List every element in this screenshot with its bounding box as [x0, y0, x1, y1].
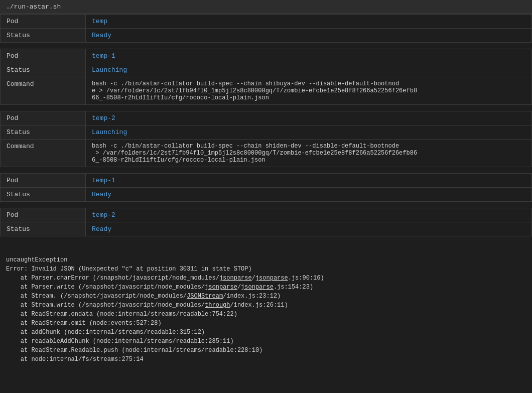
info-table-1: Podtemp-1StatusLaunchingCommandbash -c .…: [0, 49, 532, 105]
label-cell-2-0: Pod: [1, 111, 86, 125]
title-bar: ./run-astar.sh: [0, 0, 532, 14]
main-content: PodtempStatusReadyPodtemp-1StatusLaunchi…: [0, 14, 532, 236]
table-row: StatusLaunching: [1, 125, 532, 140]
value-cell-1-1: Launching: [86, 63, 532, 77]
error-link: jsonparse: [205, 284, 237, 291]
error-line: uncaughtException: [6, 255, 526, 265]
error-line: at ReadStream.ondata (node:internal/stre…: [6, 310, 526, 319]
value-cell-2-0: temp-2: [86, 111, 532, 125]
table-row: StatusReady: [1, 188, 532, 202]
table-row: StatusLaunching: [1, 63, 532, 77]
table-row: Commandbash -c ./bin/astar-collator buil…: [1, 140, 532, 167]
table-row: StatusReady: [1, 29, 532, 43]
table-row: Podtemp-1: [1, 49, 532, 63]
error-link: jsonparse: [255, 275, 288, 282]
value-cell-4-0: temp-2: [86, 208, 532, 222]
error-line: Error: Invalid JSON (Unexpected "c" at p…: [6, 265, 526, 274]
label-cell-1-2: Command: [1, 77, 86, 105]
value-cell-1-2: bash -c ./bin/astar-collator build-spec …: [86, 77, 532, 105]
info-table-3: Podtemp-1StatusReady: [0, 173, 532, 202]
error-line: at Stream. (/snapshot/javascript/node_mo…: [6, 292, 526, 301]
table-row: Podtemp-2: [1, 208, 532, 222]
label-cell-1-0: Pod: [1, 49, 86, 63]
label-cell-3-0: Pod: [1, 174, 86, 188]
error-line: at addChunk (node:internal/streams/reada…: [6, 328, 526, 337]
value-cell-3-0: temp-1: [86, 174, 532, 188]
label-cell-1-1: Status: [1, 63, 86, 77]
info-table-4: Podtemp-2StatusReady: [0, 208, 532, 236]
table-row: Commandbash -c ./bin/astar-collator buil…: [1, 77, 532, 105]
label-cell-2-1: Status: [1, 125, 86, 140]
label-cell-2-2: Command: [1, 140, 86, 167]
table-row: Podtemp-1: [1, 174, 532, 188]
error-link: jsonparse: [219, 275, 252, 282]
error-line: at Parser.write (/snapshot/javascript/no…: [6, 283, 526, 292]
value-cell-2-2: bash -c ./bin/astar-collator build-spec …: [86, 140, 532, 167]
label-cell-4-0: Pod: [1, 208, 86, 222]
error-link: JSONStream: [187, 293, 223, 300]
error-line: at Parser.charError (/snapshot/javascrip…: [6, 274, 526, 283]
error-line: at Stream.write (/snapshot/javascript/no…: [6, 301, 526, 310]
value-cell-4-1: Ready: [86, 222, 532, 236]
table-row: Podtemp-2: [1, 111, 532, 125]
value-cell-3-1: Ready: [86, 188, 532, 202]
error-link: jsonparse: [241, 284, 274, 291]
table-row: Podtemp: [1, 15, 532, 29]
info-table-2: Podtemp-2StatusLaunchingCommandbash -c .…: [0, 111, 532, 167]
error-line: at node:internal/fs/streams:275:14: [6, 355, 526, 364]
value-cell-1-0: temp-1: [86, 49, 532, 63]
error-section: uncaughtExceptionError: Invalid JSON (Un…: [0, 242, 532, 368]
value-cell-0-1: Ready: [86, 29, 532, 43]
value-cell-2-1: Launching: [86, 125, 532, 140]
error-line: at ReadStream.emit (node:events:527:28): [6, 319, 526, 328]
error-line: at ReadStream.Readable.push (node:intern…: [6, 346, 526, 355]
value-cell-0-0: temp: [86, 15, 532, 29]
error-line: at readableAddChunk (node:internal/strea…: [6, 337, 526, 346]
label-cell-0-1: Status: [1, 29, 86, 43]
label-cell-3-1: Status: [1, 188, 86, 202]
table-row: StatusReady: [1, 222, 532, 236]
label-cell-4-1: Status: [1, 222, 86, 236]
title-text: ./run-astar.sh: [6, 3, 61, 11]
error-link: through: [205, 302, 230, 309]
label-cell-0-0: Pod: [1, 15, 86, 29]
info-table-0: PodtempStatusReady: [0, 14, 532, 43]
